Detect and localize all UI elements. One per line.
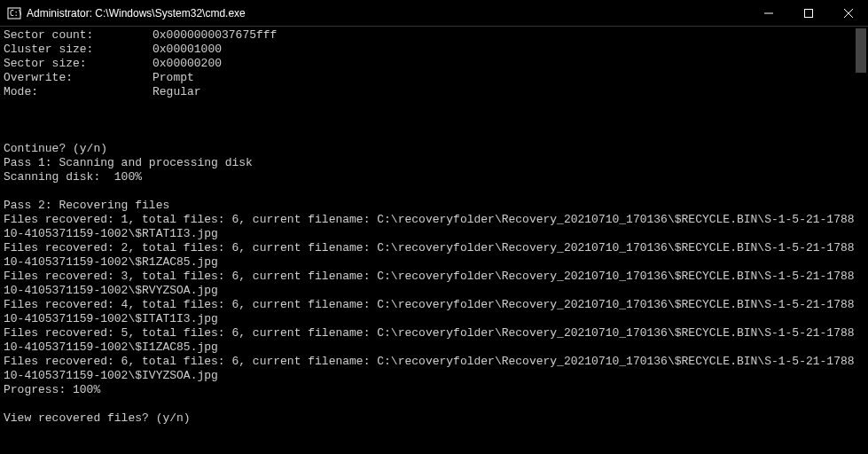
pass1-title: Pass 1: Scanning and processing disk bbox=[4, 156, 864, 170]
window-controls bbox=[748, 0, 868, 26]
maximize-button[interactable] bbox=[788, 0, 828, 26]
view-recovered-prompt: View recovered files? (y/n) bbox=[4, 411, 864, 426]
scrollbar-thumb[interactable] bbox=[856, 28, 866, 73]
files-list: Files recovered: 1, total files: 6, curr… bbox=[4, 213, 864, 383]
svg-text:C:\: C:\ bbox=[10, 10, 21, 18]
scanning-progress: Scanning disk: 100% bbox=[4, 170, 864, 184]
file-recovery-line: Files recovered: 4, total files: 6, curr… bbox=[4, 298, 864, 312]
cluster-size-value: 0x00001000 bbox=[152, 43, 222, 57]
progress-text: Progress: 100% bbox=[4, 383, 864, 397]
sector-count-label: Sector count: bbox=[4, 28, 152, 43]
terminal-output[interactable]: Sector count:0x0000000037675fffCluster s… bbox=[0, 27, 868, 454]
file-recovery-line: 10-4105371159-1002\$ITAT1I3.jpg bbox=[4, 312, 864, 326]
svg-rect-3 bbox=[804, 9, 812, 17]
file-recovery-line: Files recovered: 2, total files: 6, curr… bbox=[4, 241, 864, 255]
cluster-size-label: Cluster size: bbox=[4, 43, 152, 57]
titlebar: C:\ Administrator: C:\Windows\System32\c… bbox=[0, 0, 868, 27]
file-recovery-line: Files recovered: 1, total files: 6, curr… bbox=[4, 213, 864, 227]
sector-size-label: Sector size: bbox=[4, 57, 152, 71]
cmd-icon: C:\ bbox=[7, 6, 21, 20]
window-title: Administrator: C:\Windows\System32\cmd.e… bbox=[27, 7, 748, 20]
pass2-title: Pass 2: Recovering files bbox=[4, 199, 864, 213]
mode-label: Mode: bbox=[4, 85, 152, 99]
sector-count-value: 0x0000000037675fff bbox=[152, 28, 277, 43]
file-recovery-line: 10-4105371159-1002\$RVYZSOA.jpg bbox=[4, 284, 864, 298]
sector-size-value: 0x00000200 bbox=[152, 57, 222, 71]
file-recovery-line: 10-4105371159-1002\$I1ZAC85.jpg bbox=[4, 340, 864, 355]
overwrite-label: Overwrite: bbox=[4, 71, 152, 85]
overwrite-value: Prompt bbox=[152, 71, 194, 85]
close-button[interactable] bbox=[828, 0, 868, 26]
file-recovery-line: Files recovered: 6, total files: 6, curr… bbox=[4, 355, 864, 369]
file-recovery-line: 10-4105371159-1002\$R1ZAC85.jpg bbox=[4, 255, 864, 270]
file-recovery-line: Files recovered: 5, total files: 6, curr… bbox=[4, 326, 864, 340]
scrollbar[interactable] bbox=[854, 27, 868, 454]
mode-value: Regular bbox=[152, 85, 201, 99]
continue-prompt: Continue? (y/n) bbox=[4, 142, 864, 156]
file-recovery-line: 10-4105371159-1002\$IVYZSOA.jpg bbox=[4, 369, 864, 383]
file-recovery-line: Files recovered: 3, total files: 6, curr… bbox=[4, 270, 864, 284]
file-recovery-line: 10-4105371159-1002\$RTAT1I3.jpg bbox=[4, 227, 864, 241]
minimize-button[interactable] bbox=[748, 0, 788, 26]
